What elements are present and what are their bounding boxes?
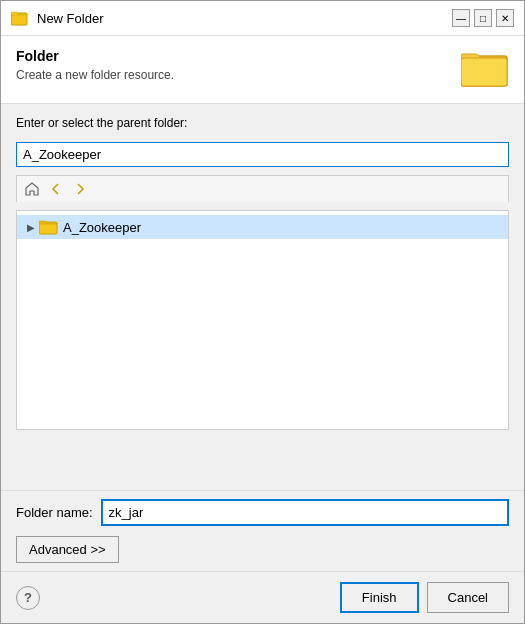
maximize-button[interactable]: □ bbox=[474, 9, 492, 27]
header-area: Folder Create a new folder resource. bbox=[1, 36, 524, 104]
title-icon bbox=[11, 9, 29, 27]
back-button[interactable] bbox=[45, 178, 67, 200]
title-bar: New Folder — □ ✕ bbox=[1, 1, 524, 36]
svg-rect-2 bbox=[461, 58, 507, 86]
header-description: Create a new folder resource. bbox=[16, 68, 174, 82]
home-button[interactable] bbox=[21, 178, 43, 200]
form-area: Folder name: Advanced >> bbox=[1, 490, 524, 571]
folder-name-input[interactable] bbox=[101, 499, 509, 526]
tree-folder-icon bbox=[39, 218, 59, 236]
window-controls: — □ ✕ bbox=[452, 9, 514, 27]
folder-name-row: Folder name: bbox=[16, 499, 509, 526]
home-icon bbox=[25, 182, 39, 196]
header-heading: Folder bbox=[16, 48, 174, 64]
help-button[interactable]: ? bbox=[16, 586, 40, 610]
folder-name-label: Folder name: bbox=[16, 505, 93, 520]
dialog-title: New Folder bbox=[37, 11, 452, 26]
content-area: Enter or select the parent folder: bbox=[1, 104, 524, 490]
cancel-button[interactable]: Cancel bbox=[427, 582, 509, 613]
header-text: Folder Create a new folder resource. bbox=[16, 48, 174, 82]
tree-toolbar bbox=[16, 175, 509, 202]
close-button[interactable]: ✕ bbox=[496, 9, 514, 27]
tree-item[interactable]: ▶ A_Zookeeper bbox=[17, 215, 508, 239]
header-folder-icon bbox=[461, 48, 509, 88]
minimize-button[interactable]: — bbox=[452, 9, 470, 27]
tree-item-label: A_Zookeeper bbox=[63, 220, 141, 235]
finish-button[interactable]: Finish bbox=[340, 582, 419, 613]
parent-folder-label: Enter or select the parent folder: bbox=[16, 116, 509, 130]
tree-expander: ▶ bbox=[25, 221, 37, 233]
forward-button[interactable] bbox=[69, 178, 91, 200]
forward-icon bbox=[73, 182, 87, 196]
back-icon bbox=[49, 182, 63, 196]
advanced-button[interactable]: Advanced >> bbox=[16, 536, 119, 563]
footer-buttons: Finish Cancel bbox=[340, 582, 509, 613]
folder-tree[interactable]: ▶ A_Zookeeper bbox=[16, 210, 509, 430]
parent-folder-input[interactable] bbox=[16, 142, 509, 167]
dialog-footer: ? Finish Cancel bbox=[1, 571, 524, 623]
new-folder-dialog: New Folder — □ ✕ Folder Create a new fol… bbox=[0, 0, 525, 624]
